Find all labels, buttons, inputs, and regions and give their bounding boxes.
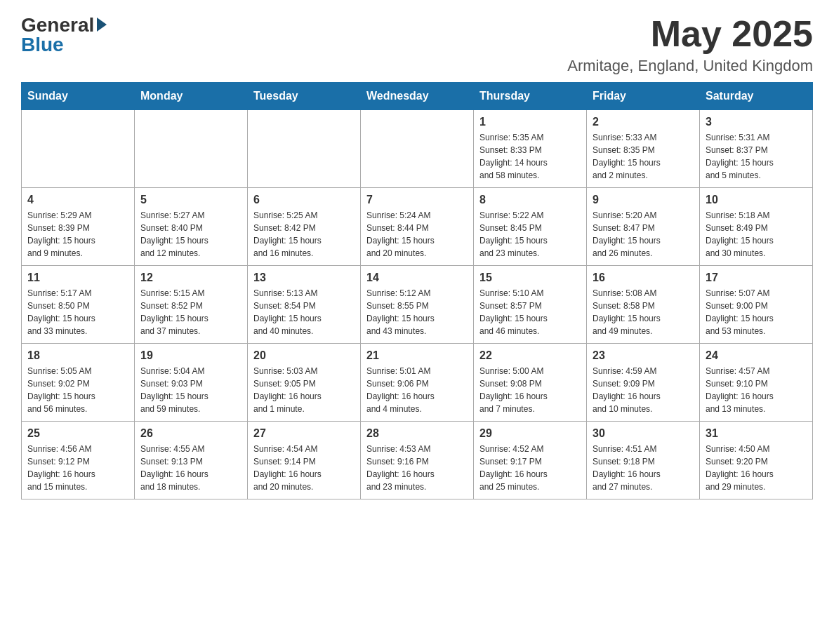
day-info: Sunrise: 5:13 AM Sunset: 8:54 PM Dayligh…: [253, 287, 355, 337]
day-info: Sunrise: 5:12 AM Sunset: 8:55 PM Dayligh…: [366, 287, 468, 337]
weekday-header-thursday: Thursday: [474, 83, 587, 110]
calendar-cell: 12Sunrise: 5:15 AM Sunset: 8:52 PM Dayli…: [135, 266, 248, 344]
weekday-header-tuesday: Tuesday: [248, 83, 361, 110]
day-number: 5: [140, 194, 241, 206]
calendar-cell: [248, 110, 361, 188]
day-number: 20: [253, 349, 355, 362]
calendar-cell: 31Sunrise: 4:50 AM Sunset: 9:20 PM Dayli…: [700, 422, 813, 499]
calendar-week-row: 4Sunrise: 5:29 AM Sunset: 8:39 PM Daylig…: [22, 188, 813, 266]
logo-blue-text: Blue: [21, 34, 64, 56]
day-number: 2: [593, 116, 694, 128]
calendar-table: SundayMondayTuesdayWednesdayThursdayFrid…: [21, 82, 813, 499]
calendar-week-row: 18Sunrise: 5:05 AM Sunset: 9:02 PM Dayli…: [22, 344, 813, 422]
calendar-cell: 8Sunrise: 5:22 AM Sunset: 8:45 PM Daylig…: [474, 188, 587, 266]
day-info: Sunrise: 4:51 AM Sunset: 9:18 PM Dayligh…: [593, 443, 694, 493]
day-info: Sunrise: 5:15 AM Sunset: 8:52 PM Dayligh…: [140, 287, 241, 337]
day-number: 19: [140, 349, 241, 362]
day-number: 25: [27, 427, 128, 440]
day-number: 16: [593, 271, 694, 284]
calendar-cell: 2Sunrise: 5:33 AM Sunset: 8:35 PM Daylig…: [587, 110, 700, 188]
calendar-cell: [135, 110, 248, 188]
calendar-header-row: SundayMondayTuesdayWednesdayThursdayFrid…: [22, 83, 813, 110]
calendar-cell: 20Sunrise: 5:03 AM Sunset: 9:05 PM Dayli…: [248, 344, 361, 422]
day-number: 4: [27, 194, 128, 206]
weekday-header-wednesday: Wednesday: [361, 83, 474, 110]
calendar-cell: 13Sunrise: 5:13 AM Sunset: 8:54 PM Dayli…: [248, 266, 361, 344]
calendar-cell: 24Sunrise: 4:57 AM Sunset: 9:10 PM Dayli…: [700, 344, 813, 422]
day-info: Sunrise: 4:52 AM Sunset: 9:17 PM Dayligh…: [479, 443, 581, 493]
calendar-cell: 10Sunrise: 5:18 AM Sunset: 8:49 PM Dayli…: [700, 188, 813, 266]
day-info: Sunrise: 4:55 AM Sunset: 9:13 PM Dayligh…: [140, 443, 241, 493]
day-number: 17: [706, 271, 807, 284]
logo: General Blue: [21, 14, 107, 56]
day-info: Sunrise: 5:27 AM Sunset: 8:40 PM Dayligh…: [140, 209, 241, 260]
day-number: 21: [366, 349, 468, 362]
calendar-cell: 15Sunrise: 5:10 AM Sunset: 8:57 PM Dayli…: [474, 266, 587, 344]
calendar-week-row: 11Sunrise: 5:17 AM Sunset: 8:50 PM Dayli…: [22, 266, 813, 344]
page-header: General Blue May 2025 Armitage, England,…: [21, 14, 813, 75]
day-info: Sunrise: 5:31 AM Sunset: 8:37 PM Dayligh…: [706, 131, 807, 182]
calendar-cell: 14Sunrise: 5:12 AM Sunset: 8:55 PM Dayli…: [361, 266, 474, 344]
logo-arrow-icon: [97, 18, 107, 32]
weekday-header-sunday: Sunday: [22, 83, 135, 110]
calendar-cell: 30Sunrise: 4:51 AM Sunset: 9:18 PM Dayli…: [587, 422, 700, 499]
calendar-cell: 18Sunrise: 5:05 AM Sunset: 9:02 PM Dayli…: [22, 344, 135, 422]
day-info: Sunrise: 5:33 AM Sunset: 8:35 PM Dayligh…: [593, 131, 694, 182]
calendar-cell: [22, 110, 135, 188]
day-number: 1: [479, 116, 581, 128]
calendar-cell: 1Sunrise: 5:35 AM Sunset: 8:33 PM Daylig…: [474, 110, 587, 188]
day-number: 14: [366, 271, 468, 284]
calendar-cell: [361, 110, 474, 188]
calendar-cell: 4Sunrise: 5:29 AM Sunset: 8:39 PM Daylig…: [22, 188, 135, 266]
day-number: 9: [593, 194, 694, 206]
weekday-header-friday: Friday: [587, 83, 700, 110]
day-info: Sunrise: 4:54 AM Sunset: 9:14 PM Dayligh…: [253, 443, 355, 493]
calendar-cell: 3Sunrise: 5:31 AM Sunset: 8:37 PM Daylig…: [700, 110, 813, 188]
day-number: 18: [27, 349, 128, 362]
day-number: 6: [253, 194, 355, 206]
day-number: 3: [706, 116, 807, 128]
day-info: Sunrise: 5:35 AM Sunset: 8:33 PM Dayligh…: [479, 131, 581, 182]
day-number: 11: [27, 271, 128, 284]
day-number: 10: [706, 194, 807, 206]
day-info: Sunrise: 5:22 AM Sunset: 8:45 PM Dayligh…: [479, 209, 581, 260]
calendar-cell: 11Sunrise: 5:17 AM Sunset: 8:50 PM Dayli…: [22, 266, 135, 344]
day-number: 31: [706, 427, 807, 440]
day-info: Sunrise: 5:25 AM Sunset: 8:42 PM Dayligh…: [253, 209, 355, 260]
calendar-cell: 22Sunrise: 5:00 AM Sunset: 9:08 PM Dayli…: [474, 344, 587, 422]
calendar-cell: 28Sunrise: 4:53 AM Sunset: 9:16 PM Dayli…: [361, 422, 474, 499]
calendar-cell: 21Sunrise: 5:01 AM Sunset: 9:06 PM Dayli…: [361, 344, 474, 422]
day-info: Sunrise: 5:03 AM Sunset: 9:05 PM Dayligh…: [253, 365, 355, 415]
day-info: Sunrise: 5:05 AM Sunset: 9:02 PM Dayligh…: [27, 365, 128, 415]
day-info: Sunrise: 5:20 AM Sunset: 8:47 PM Dayligh…: [593, 209, 694, 260]
calendar-cell: 6Sunrise: 5:25 AM Sunset: 8:42 PM Daylig…: [248, 188, 361, 266]
day-number: 13: [253, 271, 355, 284]
calendar-cell: 26Sunrise: 4:55 AM Sunset: 9:13 PM Dayli…: [135, 422, 248, 499]
calendar-cell: 5Sunrise: 5:27 AM Sunset: 8:40 PM Daylig…: [135, 188, 248, 266]
day-info: Sunrise: 5:00 AM Sunset: 9:08 PM Dayligh…: [479, 365, 581, 415]
day-info: Sunrise: 5:07 AM Sunset: 9:00 PM Dayligh…: [706, 287, 807, 337]
calendar-week-row: 1Sunrise: 5:35 AM Sunset: 8:33 PM Daylig…: [22, 110, 813, 188]
day-info: Sunrise: 5:04 AM Sunset: 9:03 PM Dayligh…: [140, 365, 241, 415]
day-info: Sunrise: 5:18 AM Sunset: 8:49 PM Dayligh…: [706, 209, 807, 260]
day-info: Sunrise: 5:10 AM Sunset: 8:57 PM Dayligh…: [479, 287, 581, 337]
calendar-cell: 9Sunrise: 5:20 AM Sunset: 8:47 PM Daylig…: [587, 188, 700, 266]
calendar-cell: 25Sunrise: 4:56 AM Sunset: 9:12 PM Dayli…: [22, 422, 135, 499]
calendar-cell: 7Sunrise: 5:24 AM Sunset: 8:44 PM Daylig…: [361, 188, 474, 266]
day-number: 29: [479, 427, 581, 440]
day-number: 12: [140, 271, 241, 284]
calendar-week-row: 25Sunrise: 4:56 AM Sunset: 9:12 PM Dayli…: [22, 422, 813, 499]
day-info: Sunrise: 4:53 AM Sunset: 9:16 PM Dayligh…: [366, 443, 468, 493]
day-info: Sunrise: 4:59 AM Sunset: 9:09 PM Dayligh…: [593, 365, 694, 415]
day-number: 23: [593, 349, 694, 362]
day-number: 22: [479, 349, 581, 362]
weekday-header-monday: Monday: [135, 83, 248, 110]
day-info: Sunrise: 5:08 AM Sunset: 8:58 PM Dayligh…: [593, 287, 694, 337]
day-number: 24: [706, 349, 807, 362]
calendar-cell: 16Sunrise: 5:08 AM Sunset: 8:58 PM Dayli…: [587, 266, 700, 344]
day-info: Sunrise: 5:24 AM Sunset: 8:44 PM Dayligh…: [366, 209, 468, 260]
day-info: Sunrise: 4:57 AM Sunset: 9:10 PM Dayligh…: [706, 365, 807, 415]
location-label: Armitage, England, United Kingdom: [567, 57, 813, 75]
day-number: 26: [140, 427, 241, 440]
day-number: 8: [479, 194, 581, 206]
